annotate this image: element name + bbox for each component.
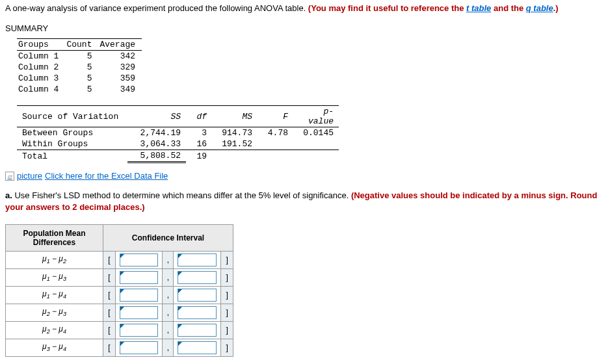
anova-total-ms [212, 150, 258, 162]
ci-open-bracket: [ [103, 251, 116, 268]
table-row: Column 15342 [17, 51, 142, 62]
ci-lower-input[interactable] [120, 289, 159, 302]
anova-th-p: p-value [293, 106, 339, 127]
ci-lower-input[interactable] [120, 341, 159, 354]
ci-close-bracket: ] [221, 268, 233, 286]
table-row: μ1 − μ3[,] [6, 268, 233, 286]
summary-col3-group: Column 3 [17, 73, 65, 84]
summary-th-groups: Groups [17, 39, 65, 51]
anova-th-ms: MS [212, 106, 258, 127]
table-row: Column 45349 [17, 84, 142, 95]
ci-close-bracket: ] [221, 304, 233, 321]
ci-th-popmean: Population Mean Differences [6, 224, 103, 251]
anova-between-df: 3 [186, 127, 212, 139]
ci-separator: , [163, 251, 174, 268]
ci-open-bracket: [ [103, 286, 116, 304]
ci-lower-input[interactable] [120, 271, 159, 284]
anova-within-ms: 191.52 [212, 138, 258, 150]
intro-red-2: and the [491, 3, 525, 13]
intro-prefix: A one-way analysis of variance experimen… [5, 3, 308, 13]
anova-between-label: Between Groups [17, 127, 127, 139]
excel-link[interactable]: ▱ picture Click here for the Excel Data … [5, 171, 168, 181]
summary-col4-group: Column 4 [17, 84, 65, 95]
summary-th-count: Count [65, 39, 98, 51]
ci-row-label: μ1 − μ4 [6, 286, 103, 304]
ci-th-confint: Confidence Interval [103, 224, 233, 251]
intro-red-3: .) [553, 3, 559, 13]
excel-text: Click here for the Excel Data File [45, 171, 168, 181]
anova-th-df: df [186, 106, 212, 127]
excel-alt: picture [17, 171, 42, 181]
anova-total-ss: 5,808.52 [127, 150, 186, 162]
anova-table: Source of Variation SS df MS F p-value B… [17, 105, 339, 163]
ci-close-bracket: ] [221, 286, 233, 304]
ci-close-bracket: ] [221, 251, 233, 268]
ci-row-label: μ2 − μ3 [6, 304, 103, 321]
ci-row-label: μ2 − μ4 [6, 321, 103, 339]
summary-th-average: Average [98, 39, 142, 51]
table-row: Column 35359 [17, 73, 142, 84]
ci-separator: , [163, 304, 174, 321]
t-table-link[interactable]: t table [466, 3, 491, 13]
anova-within-p [293, 138, 339, 150]
anova-row-within: Within Groups 3,064.33 16 191.52 [17, 138, 339, 150]
anova-total-p [293, 150, 339, 162]
table-row: μ3 − μ4[,] [6, 339, 233, 356]
ci-lower-input[interactable] [120, 254, 159, 266]
ci-upper-input[interactable] [178, 271, 217, 284]
summary-col4-avg: 349 [98, 84, 142, 95]
anova-row-total: Total 5,808.52 19 [17, 150, 339, 162]
anova-th-sov: Source of Variation [17, 106, 127, 127]
summary-col2-avg: 329 [98, 62, 142, 73]
summary-col1-avg: 342 [98, 51, 142, 62]
ci-upper-input[interactable] [178, 341, 217, 354]
summary-col2-count: 5 [65, 62, 98, 73]
ci-open-bracket: [ [103, 339, 116, 356]
anova-th-ss: SS [127, 106, 186, 127]
ci-separator: , [163, 339, 174, 356]
q-table-link[interactable]: q table [526, 3, 553, 13]
anova-total-f [258, 150, 293, 162]
ci-upper-input[interactable] [178, 306, 217, 319]
ci-separator: , [163, 286, 174, 304]
summary-label: SUMMARY [5, 23, 603, 33]
summary-col1-count: 5 [65, 51, 98, 62]
summary-col3-count: 5 [65, 73, 98, 84]
broken-image-icon: ▱ [5, 172, 14, 181]
anova-within-label: Within Groups [17, 138, 127, 150]
anova-between-f: 4.78 [258, 127, 293, 139]
ci-upper-input[interactable] [178, 324, 217, 337]
ci-upper-input[interactable] [178, 254, 217, 266]
ci-separator: , [163, 268, 174, 286]
summary-table: Groups Count Average Column 15342 Column… [17, 38, 142, 95]
anova-total-df: 19 [186, 150, 212, 162]
part-a-body: Use Fisher's LSD method to determine whi… [12, 190, 351, 200]
ci-row-label: μ1 − μ2 [6, 251, 103, 268]
anova-within-f [258, 138, 293, 150]
part-a-label: a. [5, 190, 12, 200]
intro-text: A one-way analysis of variance experimen… [5, 3, 603, 14]
intro-red-1: (You may find it useful to reference the [308, 3, 466, 13]
ci-separator: , [163, 321, 174, 339]
ci-open-bracket: [ [103, 268, 116, 286]
anova-row-between: Between Groups 2,744.19 3 914.73 4.78 0.… [17, 127, 339, 139]
ci-lower-input[interactable] [120, 324, 159, 337]
ci-row-label: μ3 − μ4 [6, 339, 103, 356]
ci-close-bracket: ] [221, 339, 233, 356]
summary-col2-group: Column 2 [17, 62, 65, 73]
ci-open-bracket: [ [103, 304, 116, 321]
ci-upper-input[interactable] [178, 289, 217, 302]
table-row: μ1 − μ2[,] [6, 251, 233, 268]
summary-col3-avg: 359 [98, 73, 142, 84]
anova-within-ss: 3,064.33 [127, 138, 186, 150]
table-row: Column 25329 [17, 62, 142, 73]
ci-lower-input[interactable] [120, 306, 159, 319]
anova-within-df: 16 [186, 138, 212, 150]
summary-col1-group: Column 1 [17, 51, 65, 62]
part-a-text: a. Use Fisher's LSD method to determine … [5, 190, 603, 213]
anova-between-ss: 2,744.19 [127, 127, 186, 139]
table-row: μ2 − μ3[,] [6, 304, 233, 321]
summary-col4-count: 5 [65, 84, 98, 95]
anova-total-label: Total [17, 150, 127, 162]
anova-th-f: F [258, 106, 293, 127]
